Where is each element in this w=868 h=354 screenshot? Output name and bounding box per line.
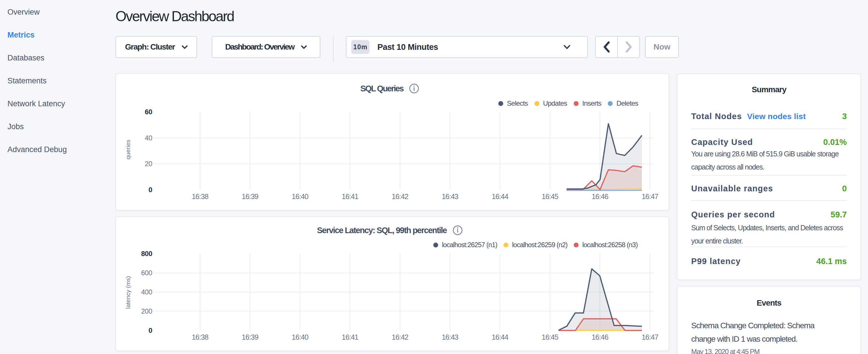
svg-text:16:47: 16:47	[642, 192, 658, 200]
svg-text:16:38: 16:38	[192, 192, 208, 200]
svg-text:16:43: 16:43	[442, 333, 458, 341]
svg-text:400: 400	[141, 288, 152, 296]
svg-text:16:42: 16:42	[392, 192, 408, 200]
svg-text:16:41: 16:41	[342, 333, 359, 341]
svg-text:16:46: 16:46	[592, 192, 608, 200]
svg-text:16:42: 16:42	[392, 333, 408, 341]
svg-text:16:43: 16:43	[442, 192, 458, 200]
svg-text:16:45: 16:45	[541, 333, 558, 341]
svg-text:16:40: 16:40	[292, 192, 308, 200]
svg-text:16:39: 16:39	[242, 333, 258, 341]
svg-text:0: 0	[149, 326, 152, 334]
svg-text:600: 600	[141, 269, 152, 277]
svg-text:16:38: 16:38	[192, 333, 208, 341]
svg-text:0: 0	[149, 186, 152, 194]
svg-text:40: 40	[145, 134, 152, 142]
svg-text:60: 60	[145, 108, 152, 116]
svg-text:16:40: 16:40	[292, 333, 308, 341]
svg-text:16:41: 16:41	[342, 192, 359, 200]
svg-text:16:47: 16:47	[642, 333, 658, 341]
svg-text:16:44: 16:44	[492, 192, 509, 200]
svg-text:20: 20	[145, 160, 152, 167]
svg-text:200: 200	[141, 307, 152, 315]
svg-text:16:45: 16:45	[541, 192, 558, 200]
svg-text:16:39: 16:39	[242, 192, 258, 200]
svg-text:16:44: 16:44	[492, 333, 509, 341]
svg-text:16:46: 16:46	[592, 333, 608, 341]
svg-text:800: 800	[141, 250, 152, 257]
